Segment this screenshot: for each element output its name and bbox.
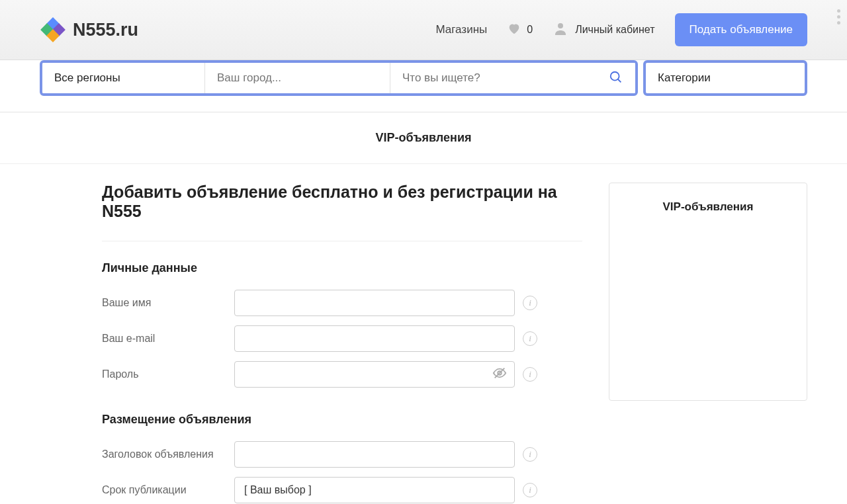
regions-dropdown[interactable]: Все регионы bbox=[42, 63, 205, 93]
label-duration: Срок публикации bbox=[102, 484, 234, 496]
svg-point-1 bbox=[611, 71, 619, 80]
vip-sidebar-box: VIP-объявления bbox=[609, 183, 807, 401]
label-password: Пароль bbox=[102, 368, 234, 380]
nav-shops-link[interactable]: Магазины bbox=[435, 23, 487, 36]
favorites-link[interactable]: 0 bbox=[507, 21, 533, 38]
svg-point-0 bbox=[558, 23, 563, 28]
label-name: Ваше имя bbox=[102, 297, 234, 309]
searchbar-row: Все регионы Категории bbox=[0, 60, 847, 112]
search-input[interactable] bbox=[390, 63, 597, 93]
vip-sidebar-title: VIP-объявления bbox=[621, 200, 795, 214]
kebab-menu-icon[interactable] bbox=[837, 9, 840, 24]
search-group: Все регионы bbox=[40, 60, 638, 96]
duration-select[interactable]: [ Ваш выбор ] bbox=[234, 477, 515, 503]
logo-icon bbox=[40, 17, 66, 43]
label-headline: Заголовок объявления bbox=[102, 448, 234, 460]
eye-off-icon[interactable] bbox=[492, 366, 507, 383]
info-icon[interactable]: i bbox=[523, 367, 537, 382]
heart-icon bbox=[507, 21, 521, 38]
account-link[interactable]: Личный кабинет bbox=[553, 21, 654, 39]
categories-dropdown[interactable]: Категории bbox=[643, 60, 807, 96]
info-icon[interactable]: i bbox=[523, 447, 537, 462]
password-input[interactable] bbox=[234, 361, 515, 388]
top-nav: Магазины 0 Личный кабинет Подать объявле… bbox=[435, 13, 807, 46]
headline-input[interactable] bbox=[234, 441, 515, 468]
info-icon[interactable]: i bbox=[523, 296, 537, 310]
post-ad-button[interactable]: Подать объявление bbox=[675, 13, 807, 46]
section-placement-title: Размещение объявления bbox=[102, 413, 582, 427]
info-icon[interactable]: i bbox=[523, 483, 537, 497]
city-input[interactable] bbox=[205, 63, 390, 93]
section-personal-title: Личные данные bbox=[102, 261, 582, 275]
favorites-count: 0 bbox=[527, 24, 533, 36]
svg-line-2 bbox=[618, 79, 621, 82]
logo-text: N555.ru bbox=[73, 20, 138, 40]
page-title: Добавить объявление бесплатно и без реги… bbox=[102, 183, 582, 241]
name-input[interactable] bbox=[234, 290, 515, 316]
account-label: Личный кабинет bbox=[575, 24, 654, 36]
email-input[interactable] bbox=[234, 325, 515, 352]
label-email: Ваш e-mail bbox=[102, 333, 234, 345]
user-icon bbox=[553, 21, 568, 39]
logo[interactable]: N555.ru bbox=[40, 17, 138, 43]
vip-strip: VIP-объявления bbox=[0, 112, 847, 164]
search-icon bbox=[609, 77, 623, 87]
info-icon[interactable]: i bbox=[523, 331, 537, 346]
topbar: N555.ru Магазины 0 Личный кабинет Подать… bbox=[0, 0, 847, 60]
search-button[interactable] bbox=[597, 70, 635, 87]
